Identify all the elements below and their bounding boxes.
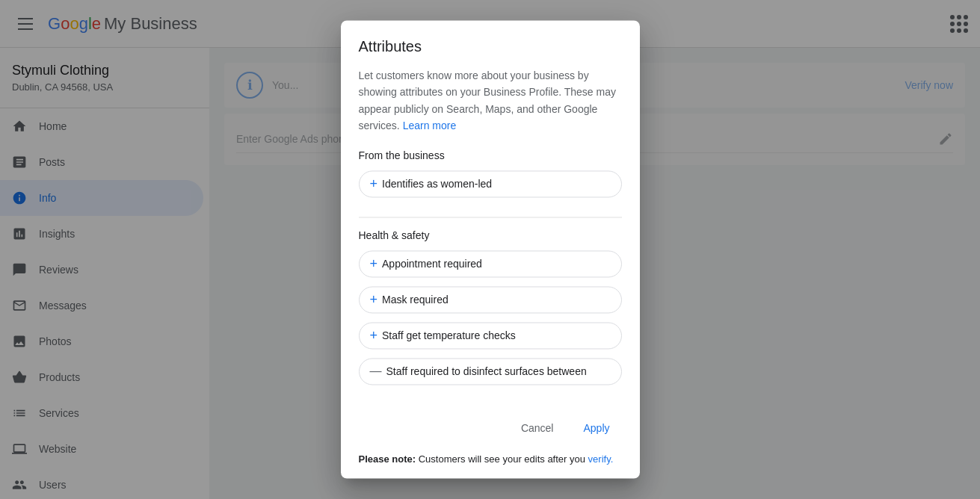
partial-icon-disinfect: — xyxy=(370,365,382,378)
apply-button[interactable]: Apply xyxy=(571,416,621,440)
from-business-chips: + Identifies as women-led xyxy=(359,170,622,205)
plus-icon-women-led: + xyxy=(370,177,378,190)
note-text: Customers will see your edits after you xyxy=(419,453,588,465)
from-business-section-title: From the business xyxy=(359,149,622,161)
plus-icon-mask: + xyxy=(370,293,378,306)
chip-appointment-label: Appointment required xyxy=(382,258,482,270)
plus-icon-appointment: + xyxy=(370,257,378,270)
dialog-footer: Cancel Apply Please note: Customers will… xyxy=(341,404,640,479)
dialog-title: Attributes xyxy=(359,38,622,55)
note-verify-link[interactable]: verify. xyxy=(588,453,614,465)
dialog-description: Let customers know more about your busin… xyxy=(359,67,622,134)
chip-staff-disinfect-label: Staff required to disinfect surfaces bet… xyxy=(386,365,587,377)
cancel-button[interactable]: Cancel xyxy=(509,416,566,440)
chip-staff-temperature[interactable]: + Staff get temperature checks xyxy=(359,322,622,349)
chip-staff-temperature-label: Staff get temperature checks xyxy=(382,329,516,341)
chip-staff-disinfect[interactable]: — Staff required to disinfect surfaces b… xyxy=(359,358,622,385)
chip-mask-required[interactable]: + Mask required xyxy=(359,286,622,313)
learn-more-link[interactable]: Learn more xyxy=(403,120,457,132)
health-safety-chips: + Appointment required + Mask required +… xyxy=(359,250,622,392)
chip-appointment-required[interactable]: + Appointment required xyxy=(359,250,622,277)
chip-women-led[interactable]: + Identifies as women-led xyxy=(359,170,622,197)
chip-mask-label: Mask required xyxy=(382,294,449,306)
attributes-dialog: Attributes Let customers know more about… xyxy=(341,20,640,478)
section-divider xyxy=(359,217,622,217)
health-safety-section-title: Health & safety xyxy=(359,229,622,241)
chip-women-led-label: Identifies as women-led xyxy=(382,178,492,190)
dialog-note: Please note: Customers will see your edi… xyxy=(359,452,622,467)
note-prefix: Please note: xyxy=(359,453,416,465)
dialog-actions: Cancel Apply xyxy=(359,416,622,440)
plus-icon-temperature: + xyxy=(370,329,378,342)
dialog-content: Attributes Let customers know more about… xyxy=(341,20,640,404)
